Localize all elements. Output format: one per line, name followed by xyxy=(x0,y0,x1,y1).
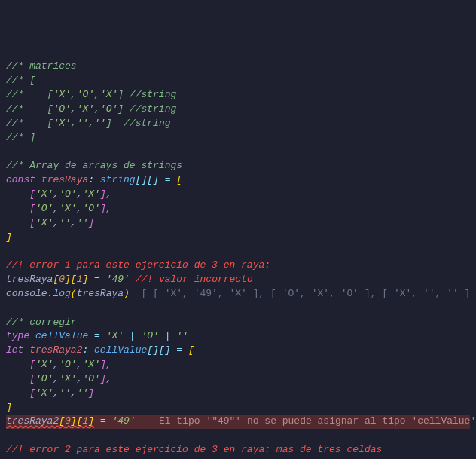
code-line: ] xyxy=(6,402,12,413)
error-line: tresRaya2[0][1] = '49' El tipo '"49"' no… xyxy=(6,415,470,429)
code-line: ['X','',''] xyxy=(6,387,94,399)
comment: //* matrices xyxy=(6,60,77,72)
code-line: ['X','',''] xyxy=(6,217,94,228)
code-line: tresRaya[0][1] = '49' //! valor incorrec… xyxy=(6,274,253,285)
code-line: ['X','O','X'], xyxy=(6,188,112,200)
comment-error: //! error 1 para este ejercicio de 3 en … xyxy=(6,259,270,271)
code-line: ['X','O','X'], xyxy=(6,359,112,370)
comment-error: //! error 2 para este ejercicio de 3 en … xyxy=(6,444,382,455)
code-line: ['O','X','O'], xyxy=(6,203,112,214)
code-line: let tresRaya2: cellValue[][] = [ xyxy=(6,344,194,356)
code-line: ] xyxy=(6,231,12,243)
comment: //* ['O','X','O'] //string xyxy=(6,103,176,115)
code-line: console.log(tresRaya) [ [ 'X', '49', 'X'… xyxy=(6,288,476,299)
comment: //* [ xyxy=(6,75,35,86)
code-line: const tresRaya: string[][] = [ xyxy=(6,174,182,185)
code-line: type cellValue = 'X' | 'O' | '' xyxy=(6,330,188,341)
comment: //* ] xyxy=(6,132,35,143)
comment: //* ['X','O','X'] //string xyxy=(6,89,176,100)
code-editor[interactable]: //* matrices //* [ //* ['X','O','X'] //s… xyxy=(0,57,476,459)
comment: //* ['X','',''] //string xyxy=(6,118,171,129)
comment: //* Array de arrays de strings xyxy=(6,160,182,171)
comment: //* corregir xyxy=(6,317,77,328)
error-message: El tipo '"49"' no se puede asignar al ti… xyxy=(159,415,476,427)
code-line: ['O','X','O'], xyxy=(6,373,112,384)
